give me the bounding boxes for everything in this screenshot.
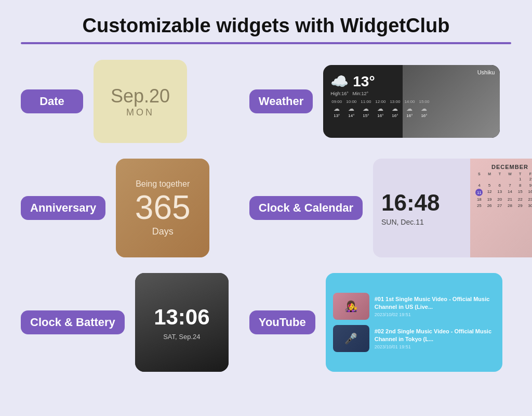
- hour-cloud-6: ☁: [406, 105, 413, 112]
- date-main: Sep.20: [111, 85, 170, 107]
- weather-hourly: 09:00 ☁ 13° 10:00 ☁ 14° 11:00 ☁ 15°: [330, 99, 404, 118]
- weather-hour-2: 10:00 ☁ 14°: [346, 99, 356, 118]
- anniversary-being: Being together: [135, 179, 191, 189]
- weather-hilo: High:16° Min:12°: [330, 91, 404, 96]
- weather-hour-6: 14:00 ☁ 16°: [404, 99, 415, 118]
- hour-cloud-7: ☁: [421, 105, 427, 112]
- weather-hour-5: 13:00 ☁ 16°: [390, 99, 400, 118]
- youtube-widget[interactable]: 👩‍🎤 #01 1st Single Music Video - Officia…: [326, 273, 502, 372]
- weather-label[interactable]: Weather: [249, 89, 313, 113]
- cal-day-highlighted: 11: [475, 189, 483, 196]
- hour-cloud-4: ☁: [377, 105, 383, 112]
- cloud-icon: ☁️: [330, 73, 349, 90]
- cal-grid: S M T W T F S 1 2 3 4 5: [474, 172, 532, 209]
- youtube-thumb-2: 🎤: [333, 325, 369, 352]
- anniversary-number: 365: [135, 191, 191, 224]
- clock-cal-right: DECEMBER S M T W T F S 1 2 3: [470, 159, 532, 257]
- youtube-date-2: 2023/10/01 19:51: [375, 344, 495, 349]
- weather-cell: Weather Ushiku ☁️ 13° High:16° Min:12° 0…: [249, 60, 532, 143]
- date-label[interactable]: Date: [21, 89, 83, 113]
- date-widget[interactable]: Sep.20 MON: [94, 60, 187, 143]
- anniversary-text: Being together 365 Days: [135, 179, 191, 237]
- clock-calendar-cell: Clock & Calendar 16:48 SUN, Dec.11 DECEM…: [249, 159, 532, 257]
- page-title: Customizable widgets with WidgetClub: [0, 0, 532, 42]
- weather-hour-1: 09:00 ☁ 13°: [331, 99, 342, 118]
- clock-time: 16:48: [381, 190, 440, 216]
- widgets-grid: Date Sep.20 MON Weather Ushiku ☁️ 13° Hi…: [0, 60, 532, 372]
- hour-cloud-1: ☁: [334, 105, 340, 112]
- youtube-date-1: 2023/10/02 19:51: [375, 312, 495, 317]
- anniversary-days: Days: [135, 226, 191, 237]
- anniversary-cell: Anniversary Being together 365 Days: [21, 159, 229, 257]
- clock-battery-widget[interactable]: 13:06 SAT, Sep.24: [135, 273, 229, 372]
- anniversary-widget[interactable]: Being together 365 Days: [116, 159, 209, 257]
- hour-cloud-3: ☁: [363, 105, 369, 112]
- clock-batt-time: 13:06: [154, 305, 209, 330]
- clock-calendar-widget[interactable]: 16:48 SUN, Dec.11 DECEMBER S M T W T F S: [373, 159, 532, 257]
- youtube-info-1: #01 1st Single Music Video - Official Mu…: [375, 295, 495, 317]
- anniversary-label[interactable]: Anniversary: [21, 196, 105, 220]
- date-cell: Date Sep.20 MON: [21, 60, 229, 143]
- clock-battery-label[interactable]: Clock & Battery: [21, 310, 125, 334]
- weather-widget[interactable]: Ushiku ☁️ 13° High:16° Min:12° 09:00 ☁ 1…: [323, 65, 500, 138]
- clock-batt-date: SAT, Sep.24: [163, 333, 200, 341]
- clock-cal-left: 16:48 SUN, Dec.11: [373, 159, 470, 257]
- youtube-title-1: #01 1st Single Music Video - Official Mu…: [375, 295, 495, 310]
- weather-bg: [403, 65, 500, 138]
- weather-city: Ushiku: [477, 69, 495, 75]
- weather-content: ☁️ 13° High:16° Min:12° 09:00 ☁ 13° 10:0…: [323, 65, 411, 138]
- clock-calendar-label[interactable]: Clock & Calendar: [249, 196, 363, 220]
- youtube-item-1: 👩‍🎤 #01 1st Single Music Video - Officia…: [333, 293, 495, 320]
- weather-temp-row: ☁️ 13°: [330, 73, 404, 90]
- weather-temp: 13°: [353, 73, 375, 90]
- title-divider: [21, 42, 511, 44]
- hour-cloud-2: ☁: [348, 105, 354, 112]
- youtube-title-2: #02 2nd Single Music Video - Official Mu…: [375, 328, 495, 343]
- clock-battery-cell: Clock & Battery 13:06 SAT, Sep.24: [21, 273, 229, 372]
- weather-hour-4: 12:00 ☁ 16°: [375, 99, 385, 118]
- youtube-label[interactable]: YouTube: [249, 310, 315, 334]
- youtube-item-2: 🎤 #02 2nd Single Music Video - Official …: [333, 325, 495, 352]
- hour-cloud-5: ☁: [392, 105, 398, 112]
- cal-month: DECEMBER: [474, 164, 532, 170]
- youtube-info-2: #02 2nd Single Music Video - Official Mu…: [375, 328, 495, 349]
- youtube-cell: YouTube 👩‍🎤 #01 1st Single Music Video -…: [249, 273, 532, 372]
- youtube-thumb-1: 👩‍🎤: [333, 293, 369, 320]
- date-day: MON: [126, 107, 154, 118]
- clock-date-sub: SUN, Dec.11: [381, 218, 424, 226]
- weather-hour-7: 15:00 ☁ 16°: [419, 99, 429, 118]
- weather-hour-3: 11:00 ☁ 15°: [361, 99, 371, 118]
